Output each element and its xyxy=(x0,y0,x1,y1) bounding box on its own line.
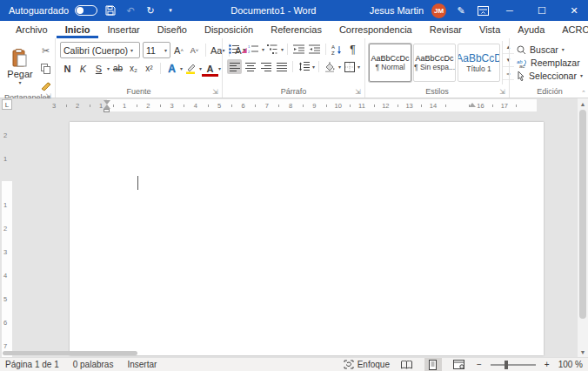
print-layout-button[interactable] xyxy=(424,358,442,371)
find-button[interactable]: Buscar▾ xyxy=(517,44,583,55)
text-effects-button[interactable]: A xyxy=(164,61,179,76)
tab-diseño[interactable]: Diseño xyxy=(149,21,196,38)
insert-mode[interactable]: Insertar xyxy=(127,360,157,369)
numbering-dropdown-icon[interactable]: ▾ xyxy=(262,47,264,52)
superscript-button[interactable]: x² xyxy=(142,61,157,76)
ruler-number: 1 xyxy=(123,102,126,110)
bullets-dropdown-icon[interactable]: ▾ xyxy=(243,47,245,52)
format-painter-icon[interactable] xyxy=(38,78,53,93)
maximize-button[interactable]: ☐ xyxy=(530,0,554,21)
numbering-button[interactable]: 12 xyxy=(246,42,261,57)
zoom-level[interactable]: 100 % xyxy=(558,360,583,369)
bold-button[interactable]: N xyxy=(60,61,75,76)
font-color-button[interactable]: A xyxy=(203,61,217,76)
align-left-button[interactable] xyxy=(227,59,242,74)
tab-referencias[interactable]: Referencias xyxy=(262,21,331,38)
tab-inicio[interactable]: Inicio xyxy=(57,21,99,38)
style-card-0[interactable]: AaBbCcDc¶ Normal xyxy=(369,44,411,82)
autosave-toggle[interactable] xyxy=(75,5,97,16)
zoom-in-button[interactable]: + xyxy=(545,360,550,369)
page-indicator[interactable]: Página 1 de 1 xyxy=(5,360,59,369)
bullets-button[interactable] xyxy=(227,42,242,57)
hscroll-thumb[interactable] xyxy=(3,351,137,355)
style-card-1[interactable]: AaBbCcDc¶ Sin espa... xyxy=(413,44,456,82)
borders-button[interactable] xyxy=(342,59,357,74)
tab-ayuda[interactable]: Ayuda xyxy=(509,21,553,38)
underline-button[interactable]: S xyxy=(91,61,106,76)
show-marks-button[interactable]: ¶ xyxy=(345,42,360,57)
tab-insertar[interactable]: Insertar xyxy=(98,21,148,38)
vertical-scrollbar[interactable]: ▲ ▼ xyxy=(578,98,588,357)
highlight-button[interactable] xyxy=(184,61,198,76)
multilevel-list-button[interactable] xyxy=(265,42,280,57)
decrease-indent-button[interactable] xyxy=(291,42,306,57)
ribbon-display-options-icon[interactable] xyxy=(476,3,490,17)
tab-revisar[interactable]: Revisar xyxy=(421,21,471,38)
font-dialog-launcher-icon[interactable]: ⇲ xyxy=(212,89,218,96)
grow-font-button[interactable]: A˄ xyxy=(171,43,186,57)
qat-customize-icon[interactable]: ▾ xyxy=(164,3,177,17)
avatar[interactable]: JM xyxy=(431,3,446,18)
strikethrough-button[interactable]: ab xyxy=(110,61,125,76)
user-name[interactable]: Jesus Martin xyxy=(370,5,424,16)
tab-archivo[interactable]: Archivo xyxy=(7,21,57,38)
undo-icon[interactable]: ↶ xyxy=(124,3,137,17)
paste-button[interactable]: Pegar ▾ xyxy=(3,42,37,92)
tab-selector[interactable]: L xyxy=(2,99,12,110)
document-page[interactable] xyxy=(70,122,544,355)
minimize-button[interactable]: ─ xyxy=(498,0,522,21)
sort-button[interactable]: AZ xyxy=(330,42,344,57)
horizontal-ruler[interactable]: 32112345678910111213141617 xyxy=(0,99,574,111)
web-layout-button[interactable] xyxy=(451,358,468,371)
font-name-combo[interactable]: Calibri (Cuerpo) ▾ xyxy=(60,42,140,58)
italic-button[interactable]: K xyxy=(76,61,90,76)
paragraph-dialog-launcher-icon[interactable]: ⇲ xyxy=(355,89,361,96)
cut-icon[interactable]: ✂ xyxy=(38,44,53,58)
font-color-dropdown-icon[interactable]: ▾ xyxy=(218,66,221,71)
underline-dropdown-icon[interactable]: ▾ xyxy=(107,66,110,71)
tab-correspondencia[interactable]: Correspondencia xyxy=(331,21,421,38)
font-size-combo[interactable]: 11 ▾ xyxy=(143,42,170,58)
horizontal-scrollbar[interactable] xyxy=(0,350,577,356)
style-card-2[interactable]: AaBbCcDTítulo 1 xyxy=(458,44,500,82)
vertical-ruler[interactable]: 211234567 xyxy=(2,112,12,357)
shrink-font-button[interactable]: A˅ xyxy=(187,43,202,57)
zoom-out-button[interactable]: − xyxy=(477,360,482,369)
subscript-button[interactable]: x₂ xyxy=(126,61,141,76)
tab-vista[interactable]: Vista xyxy=(471,21,509,38)
document-canvas[interactable]: 32112345678910111213141617 L 211234567 ▲… xyxy=(0,98,588,357)
read-mode-button[interactable] xyxy=(398,358,416,371)
borders-dropdown-icon[interactable]: ▾ xyxy=(357,64,360,70)
justify-button[interactable] xyxy=(274,59,289,74)
redo-icon[interactable]: ↻ xyxy=(144,3,157,17)
indent-markers[interactable] xyxy=(104,100,110,112)
tab-disposición[interactable]: Disposición xyxy=(196,21,262,38)
line-spacing-button[interactable] xyxy=(297,59,311,74)
align-center-button[interactable] xyxy=(243,59,257,74)
line-spacing-dropdown-icon[interactable]: ▾ xyxy=(312,64,315,70)
highlight-dropdown-icon[interactable]: ▾ xyxy=(199,66,202,71)
shading-dropdown-icon[interactable]: ▾ xyxy=(338,64,341,70)
text-effects-dropdown-icon[interactable]: ▾ xyxy=(180,66,183,71)
align-right-button[interactable] xyxy=(258,59,273,74)
tab-acrobat[interactable]: ACROBAT xyxy=(553,21,588,38)
select-button[interactable]: Seleccionar▾ xyxy=(517,71,583,81)
word-count[interactable]: 0 palabras xyxy=(73,360,114,369)
styles-dialog-launcher-icon[interactable]: ⇲ xyxy=(499,89,505,96)
collapse-ribbon-icon[interactable]: ⌃ xyxy=(581,90,586,96)
save-icon[interactable] xyxy=(104,3,117,17)
replace-button[interactable]: abac Reemplazar xyxy=(517,57,583,68)
increase-indent-button[interactable] xyxy=(307,42,322,57)
close-button[interactable]: ✕ xyxy=(562,0,586,21)
right-indent-marker[interactable] xyxy=(469,103,476,107)
multilevel-dropdown-icon[interactable]: ▾ xyxy=(281,47,284,52)
scroll-up-icon[interactable]: ▲ xyxy=(578,98,588,109)
editing-mode-icon[interactable]: ✎ xyxy=(454,3,468,17)
focus-mode-button[interactable]: Enfoque xyxy=(344,360,390,369)
zoom-slider-thumb[interactable] xyxy=(504,361,508,369)
copy-icon[interactable] xyxy=(38,61,53,76)
scroll-down-icon[interactable]: ▼ xyxy=(578,347,588,357)
vscroll-thumb[interactable] xyxy=(579,110,586,319)
shading-button[interactable] xyxy=(323,59,337,74)
zoom-slider[interactable] xyxy=(491,364,536,366)
